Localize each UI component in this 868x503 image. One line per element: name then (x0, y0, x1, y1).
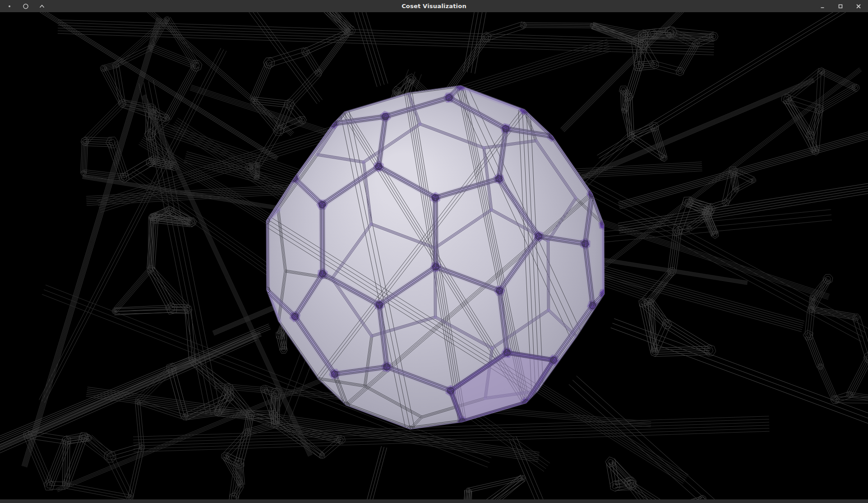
window-title: Coset Visualization (402, 0, 466, 12)
titlebar-left-icons (5, 0, 47, 12)
expand-chevron-icon[interactable] (37, 1, 47, 11)
record-circle-icon[interactable] (21, 1, 31, 11)
window-bottom-edge (0, 499, 868, 503)
title-bar[interactable]: Coset Visualization (0, 0, 868, 12)
maximize-button[interactable] (836, 1, 845, 11)
minimize-button[interactable] (817, 1, 827, 11)
close-button[interactable] (854, 1, 863, 11)
coset-3d-viewport[interactable] (0, 12, 868, 503)
app-window: { "window": { "title": "Coset Visualizat… (0, 0, 868, 503)
menu-dot-icon (5, 1, 14, 11)
window-controls (817, 0, 863, 12)
